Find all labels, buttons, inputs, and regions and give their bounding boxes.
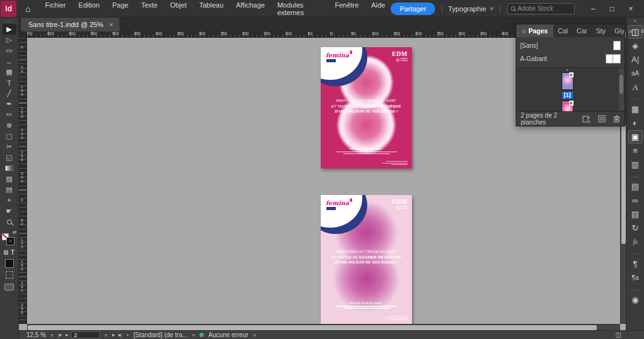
gradient-panel-icon[interactable]: ▥ (628, 158, 643, 171)
selection-tool[interactable]: ▶ (3, 24, 16, 35)
menu-objet[interactable]: Objet (164, 0, 192, 20)
page-number-field[interactable]: 2 (71, 331, 100, 338)
color-panel-icon[interactable]: ◐ (628, 116, 643, 130)
next-page-button[interactable]: ▸ (113, 332, 114, 338)
fill-stroke-controls[interactable]: ⇄ (2, 230, 17, 246)
formatting-affects-toggle[interactable]: T (4, 249, 14, 256)
direct-selection-tool[interactable]: ▷ (3, 35, 16, 45)
menu-fen-tre[interactable]: Fenêtre (329, 0, 364, 20)
new-page-icon[interactable] (598, 115, 606, 123)
preflight-chevron-icon[interactable]: ∨ (191, 333, 196, 338)
edit-page-size-icon[interactable] (582, 115, 591, 123)
panel-menu-icon[interactable]: ≡ (640, 27, 644, 35)
glyphs-panel-icon[interactable]: aA (628, 67, 643, 80)
master-page-thumbnail[interactable] (613, 41, 621, 50)
apply-color-button[interactable] (6, 260, 13, 267)
effects-panel-icon[interactable]: fx (628, 235, 643, 248)
pages-alt-panel-icon[interactable]: ▤ (628, 180, 643, 193)
gradient-swatch-tool[interactable] (3, 163, 16, 174)
tab-pages[interactable]: ◇ Pages (516, 25, 553, 37)
horizontal-scrollbar[interactable]: ∨ (27, 324, 620, 330)
ruler-origin-box[interactable] (19, 31, 27, 38)
delete-page-trash-icon[interactable] (613, 115, 620, 123)
page-1-thumbnail[interactable]: A (562, 72, 574, 90)
apply-none-button[interactable] (6, 271, 13, 279)
tab-car[interactable]: Car (572, 25, 592, 37)
layers-panel-icon[interactable]: ◈ (628, 39, 643, 52)
screen-mode-button[interactable] (4, 284, 14, 291)
pages-list-scrollbar[interactable] (619, 69, 624, 111)
content-collector-tool[interactable]: ▦ (3, 67, 16, 77)
tab-cal[interactable]: Cal (553, 25, 572, 37)
character-styles-panel-icon[interactable]: A (628, 81, 643, 94)
pencil-tool[interactable]: ✏ (3, 109, 16, 120)
document-tab[interactable]: Sans titre-1.indd @ 25% × (21, 18, 119, 31)
minimize-button[interactable]: – (584, 1, 602, 16)
page-2-thumbnail[interactable]: A (562, 101, 574, 112)
paragraph-panel-icon[interactable]: ¶ (628, 257, 643, 270)
zoom-level[interactable]: 12,5 % (26, 331, 46, 338)
tab-close-icon[interactable]: × (109, 21, 113, 28)
menu-affichage[interactable]: Affichage (230, 0, 270, 20)
page-1[interactable]: femina EDM medicalimaging PARTICIPEZ AU … (321, 47, 412, 169)
eyedropper-tool[interactable]: ⌖ (3, 195, 16, 206)
panel-overflow-icon[interactable]: » (629, 27, 633, 35)
vertical-scrollbar-thumb[interactable] (621, 124, 626, 244)
error-chevron-icon[interactable]: ∨ (252, 333, 257, 338)
page-1-label[interactable]: [1] (562, 92, 573, 99)
vertical-ruler[interactable]: 05 01 0 01 5 02 0 02 5 03 0 005 01 0 01 … (19, 38, 27, 324)
tab-sty[interactable]: Sty (592, 25, 610, 37)
scroll-arrow-icon[interactable]: ∨ (616, 325, 619, 330)
pen-tool[interactable]: ✒ (3, 99, 16, 109)
menu-edition[interactable]: Edition (73, 0, 106, 20)
menu-page[interactable]: Page (106, 0, 134, 20)
page-2[interactable]: femina EDM medicalimaging PARTICIPEZ AU … (321, 195, 412, 324)
gradient-feather-tool[interactable]: ▨ (3, 174, 16, 184)
error-status-label[interactable]: Aucune erreur (208, 331, 248, 338)
text-format-icon[interactable]: T (11, 249, 14, 256)
menu-fichier[interactable]: Fichier (40, 0, 72, 20)
cc-libraries-panel-icon[interactable]: ↻ (628, 221, 643, 235)
preflight-profile[interactable]: [Standard] (de tra... (133, 331, 187, 338)
master-row-none[interactable]: [Sans] (516, 39, 625, 52)
links-panel-icon[interactable]: ▣ (628, 130, 643, 143)
stroke-panel-icon[interactable]: ≡ (628, 144, 643, 157)
home-icon[interactable]: ⌂ (18, 4, 39, 14)
tab-gly[interactable]: Gly (610, 25, 629, 37)
master-row-a-gabarit[interactable]: A-Gabarit (516, 52, 625, 65)
zoom-tool[interactable] (3, 216, 16, 227)
container-format-icon[interactable] (4, 250, 8, 255)
info-panel-icon[interactable]: ▤ (628, 208, 643, 221)
menu-tableau[interactable]: Tableau (194, 0, 230, 20)
horizontal-scrollbar-thumb[interactable] (28, 325, 597, 330)
note-tool[interactable]: ▤ (3, 184, 16, 195)
ellipse-frame-tool[interactable]: ⊗ (3, 120, 16, 131)
share-button[interactable]: Partager (391, 3, 435, 15)
hyperlinks-panel-icon[interactable]: ∞ (628, 194, 643, 207)
hand-tool[interactable]: ☛ (3, 206, 16, 216)
zoom-chevron-icon[interactable]: ∨ (50, 333, 54, 338)
first-page-button[interactable]: |◂ (58, 332, 60, 338)
stroke-swatch[interactable] (7, 238, 14, 245)
free-transform-tool[interactable]: ◱ (3, 152, 16, 163)
page-tool[interactable]: ▭ (3, 45, 16, 56)
maximize-button[interactable]: □ (602, 1, 621, 16)
last-page-button[interactable]: ▸| (119, 332, 121, 338)
paragraph-styles-panel-icon[interactable]: ¶a (628, 271, 643, 284)
close-button[interactable]: × (621, 1, 640, 16)
menu-texte[interactable]: Texte (135, 0, 163, 20)
menu-aide[interactable]: Aide (365, 0, 391, 20)
pages-view-icon[interactable]: ◫ (616, 331, 621, 338)
swap-fill-stroke-icon[interactable]: ⇄ (13, 230, 17, 235)
master-spread-thumbnail-right[interactable] (613, 54, 621, 64)
menu-modules-externes[interactable]: Modules externes (272, 0, 328, 20)
workspace-switcher[interactable]: Typographie ∨ (448, 5, 494, 13)
text-wrap-panel-icon[interactable]: A| (628, 53, 643, 66)
rectangle-tool[interactable]: ▢ (3, 131, 16, 142)
spread-caret-icon[interactable]: ▾ (566, 68, 568, 72)
pages-list-scrollbar-thumb[interactable] (619, 75, 623, 94)
line-tool[interactable]: ╱ (3, 88, 16, 99)
swatches-panel-icon[interactable]: ▦ (628, 103, 643, 116)
master-spread-thumbnail-left[interactable] (606, 54, 613, 64)
scissors-tool[interactable]: ✂ (3, 142, 16, 152)
